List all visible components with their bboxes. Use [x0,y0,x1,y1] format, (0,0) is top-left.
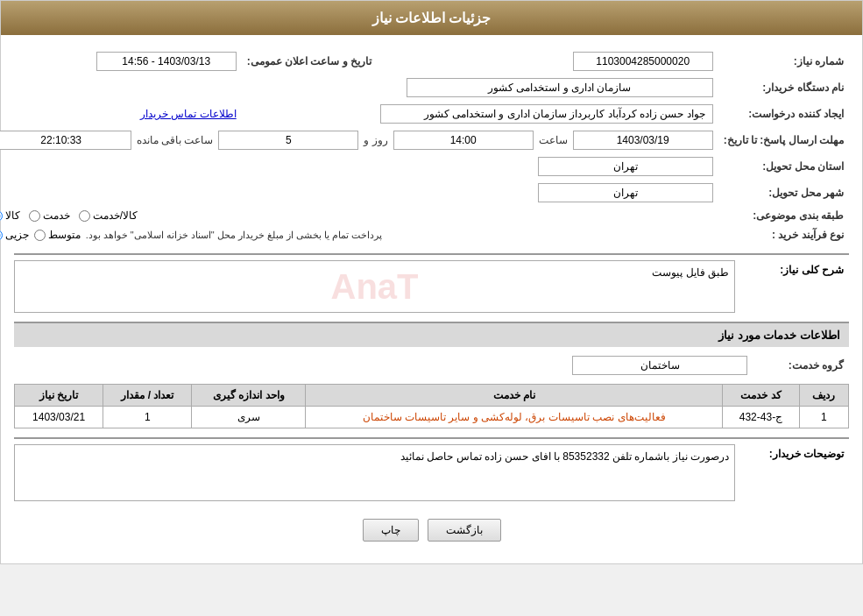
purchase-type-jozyi[interactable]: جزیی [0,229,29,241]
buyer-org-label: نام دستگاه خریدار: [718,74,849,101]
province-value: تهران [538,157,713,176]
button-area: بازگشت چاپ [14,510,849,550]
purchase-type-mutavasit-radio[interactable] [34,230,46,241]
purchase-type-jozyi-label: جزیی [5,229,29,241]
row-quantity: 1 [103,407,192,428]
row-unit: سری [192,407,306,428]
category-label: طبقه بندی موضوعی: [718,206,849,225]
announce-date-value: 1403/03/13 - 14:56 [96,52,237,71]
city-label: شهر محل تحویل: [718,180,849,206]
deadline-remaining: 22:10:33 [0,131,131,150]
creator-value: جواد حسن زاده کردآباد کاربرداز سازمان اد… [380,104,713,124]
deadline-date: 1403/03/19 [573,131,713,150]
creator-label: ایجاد کننده درخواست: [718,101,849,127]
description-label: شرح کلی نیاز: [735,260,849,280]
table-row: 1 ج-43-432 فعالیت‌های نصب تاسیسات برق، ل… [15,407,849,428]
deadline-time: 14:00 [393,131,534,150]
deadline-day: 5 [218,131,358,150]
category-khidmat[interactable]: خدمت [29,209,70,222]
category-kala-khidmat-radio[interactable] [79,210,90,222]
col-row: ردیف [799,385,848,407]
need-number-value: 1103004285000020 [573,52,713,71]
purchase-type-label: نوع فرآیند خرید : [718,225,849,244]
deadline-time-label: ساعت [539,134,568,146]
category-kala[interactable]: کالا [0,209,20,222]
category-khidmat-label: خدمت [43,209,70,222]
purchase-type-jozyi-radio[interactable] [0,230,3,241]
col-date: تاریخ نیاز [15,385,103,407]
category-kala-khidmat-label: کالا/خدمت [93,209,138,222]
deadline-day-label: روز و [364,134,387,146]
buyer-notes-value: درصورت نیاز باشماره تلفن 85352332 با افا… [14,444,735,501]
city-value: تهران [538,183,713,202]
buyer-org-value: سازمان اداری و استخدامی کشور [407,78,713,97]
page-title: جزئیات اطلاعات نیاز [1,1,862,35]
deadline-remaining-label: ساعت باقی مانده [137,134,214,146]
province-label: استان محل تحویل: [718,153,849,180]
category-khidmat-radio[interactable] [29,210,40,222]
need-number-label: شماره نیاز: [718,48,849,74]
print-button[interactable]: چاپ [363,519,419,542]
col-service: نام خدمت [306,385,723,407]
category-kala-khidmat[interactable]: کالا/خدمت [79,209,138,222]
category-kala-label: کالا [5,209,20,222]
service-group-label: گروه خدمت: [753,352,849,379]
row-code: ج-43-432 [723,407,799,428]
col-unit: واحد اندازه گیری [192,385,306,407]
category-kala-radio[interactable] [0,210,3,222]
row-date: 1403/03/21 [15,407,103,428]
services-title: اطلاعات خدمات مورد نیاز [14,322,849,347]
back-button[interactable]: بازگشت [428,519,501,542]
col-code: کد خدمت [723,385,799,407]
announce-date-label: تاریخ و ساعت اعلان عمومی: [242,48,377,74]
col-quantity: تعداد / مقدار [103,385,192,407]
row-number: 1 [799,407,848,428]
deadline-label: مهلت ارسال پاسخ: تا تاریخ: [718,127,849,153]
row-service: فعالیت‌های نصب تاسیسات برق، لوله‌کشی و س… [306,407,723,428]
buyer-notes-label: توضیحات خریدار: [735,444,849,464]
purchase-type-mutavasit[interactable]: متوسط [34,229,81,241]
contact-link[interactable]: اطلاعات تماس خریدار [140,108,237,120]
service-group-value: ساختمان [572,356,747,375]
description-value: طبق فایل پیوست [14,260,735,313]
services-table: ردیف کد خدمت نام خدمت واحد اندازه گیری ت… [14,384,849,428]
purchase-type-note: پرداخت تمام یا بخشی از مبلغ خریدار محل "… [86,230,383,241]
purchase-type-mutavasit-label: متوسط [48,229,81,241]
